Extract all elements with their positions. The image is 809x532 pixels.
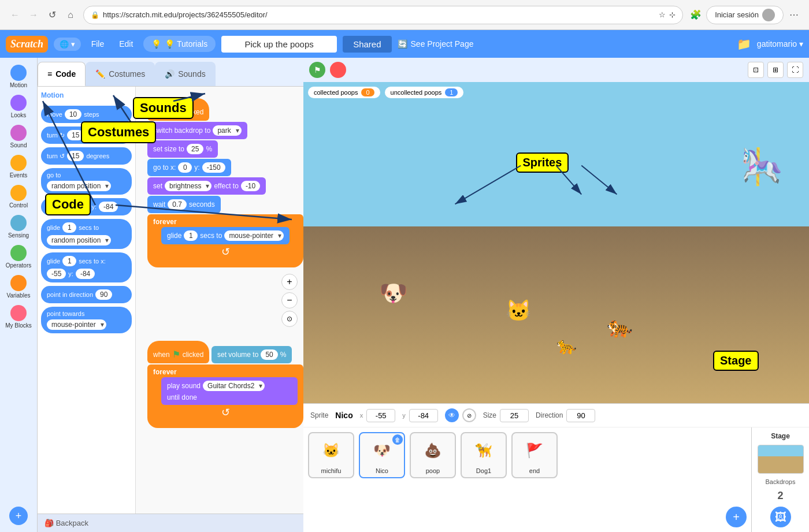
sidebar-item-sensing[interactable]: Sensing	[2, 213, 35, 241]
star-icon[interactable]: ☆	[659, 10, 666, 19]
block-glide[interactable]: glide 1 secs to random position	[41, 219, 132, 249]
block-when-flag-1[interactable]: when ⚑ clicked	[147, 98, 209, 121]
address-bar[interactable]: 🔒 https://scratch.mit.edu/projects/36245…	[83, 6, 683, 24]
flag-icon-1: ⚑	[172, 106, 180, 117]
turn-cw-input[interactable]: 15	[67, 130, 84, 140]
block-turn-cw[interactable]: turn ↻ 15 degrees	[41, 127, 132, 144]
forward-button[interactable]: →	[25, 7, 42, 23]
direction-value[interactable]: 90	[566, 409, 595, 422]
block-glide-forever[interactable]: glide 1 secs to mouse-pointer	[161, 227, 290, 244]
block-wait[interactable]: wait 0.7 seconds	[147, 196, 221, 213]
show-sprite-button[interactable]: 👁	[445, 408, 459, 422]
move-input[interactable]: 10	[65, 109, 81, 120]
volume-input[interactable]: 50	[261, 349, 277, 360]
sidebar-item-my-blocks[interactable]: My Blocks	[2, 303, 35, 332]
user-menu-button[interactable]: gatitomario ▾	[757, 39, 803, 49]
tab-sounds[interactable]: 🔊 Sounds	[155, 62, 215, 86]
block-goto-xy[interactable]: go to x: -55 y: -84	[41, 198, 132, 215]
sprite-thumb-poop[interactable]: 💩 poop	[410, 432, 456, 478]
edit-menu[interactable]: Edit	[114, 37, 138, 51]
fullscreen-button[interactable]: ⛶	[787, 62, 803, 78]
hide-sprite-button[interactable]: ⊘	[462, 408, 476, 422]
glide-forever-input[interactable]: 1	[184, 230, 198, 241]
stop-button[interactable]	[330, 62, 346, 78]
block-set-size[interactable]: set size to 25 %	[147, 140, 218, 158]
add-backdrop-button[interactable]: 🖼	[770, 507, 791, 527]
language-button[interactable]: 🌐 ▾	[54, 38, 81, 51]
glide-forever-dropdown[interactable]: mouse-pointer	[224, 230, 284, 241]
zoom-in-button[interactable]: +	[281, 274, 298, 290]
tab-costumes[interactable]: ✏️ Costumes	[86, 62, 155, 86]
block-move[interactable]: move 10 steps	[41, 106, 132, 123]
point-towards-dropdown[interactable]: mouse-pointer	[47, 319, 106, 330]
block-set-volume[interactable]: set volume to 50 %	[211, 346, 292, 363]
project-name-button[interactable]: Pick up the poops	[221, 36, 337, 53]
script-x-input[interactable]: 0	[178, 162, 192, 173]
goto-dropdown[interactable]: random position	[47, 181, 111, 191]
see-project-button[interactable]: 🔄 See Project Page	[398, 39, 474, 49]
glide-secs-input[interactable]: 1	[62, 222, 76, 233]
signin-button[interactable]: Iniciar sesión	[706, 6, 784, 24]
effect-input[interactable]: -10	[241, 181, 260, 191]
y-value[interactable]: -84	[409, 409, 438, 422]
sprite-thumb-michifu[interactable]: 🐱 michifu	[308, 432, 354, 478]
block-goto-xy-script[interactable]: go to x: 0 y: -150	[147, 159, 231, 176]
folder-icon[interactable]: 📁	[737, 37, 751, 51]
glide-y-input[interactable]: -84	[76, 269, 95, 279]
backdrop-dropdown[interactable]: park	[213, 125, 241, 136]
sidebar-item-sound[interactable]: Sound	[2, 122, 35, 151]
sidebar-item-motion[interactable]: Motion	[2, 62, 35, 91]
block-play-sound[interactable]: play sound Guitar Chords2 until done	[161, 377, 298, 405]
sprite-thumb-nico[interactable]: 🗑 🐶 Nico	[359, 432, 405, 478]
wait-input[interactable]: 0.7	[168, 199, 187, 210]
zoom-reset-button[interactable]: ⊙	[281, 311, 298, 327]
sprite-thumb-end[interactable]: 🚩 end	[511, 432, 558, 478]
normal-stage-button[interactable]: ⊞	[767, 62, 784, 78]
bookmark-icon[interactable]: ⊹	[669, 10, 676, 19]
block-turn-ccw[interactable]: turn ↺ 15 degrees	[41, 147, 132, 165]
extensions-button[interactable]: 🧩	[688, 7, 704, 23]
sidebar-item-operators[interactable]: Operators	[2, 243, 35, 271]
sidebar-item-control[interactable]: Control	[2, 183, 35, 211]
block-goto[interactable]: go to random position	[41, 168, 132, 195]
sidebar-item-variables[interactable]: Variables	[2, 273, 35, 302]
goto-y-input[interactable]: -84	[99, 202, 118, 212]
point-dir-input[interactable]: 90	[95, 289, 112, 300]
block-point-dir[interactable]: point in direction 90	[41, 286, 132, 303]
block-switch-backdrop[interactable]: switch backdrop to park	[147, 122, 247, 139]
x-value[interactable]: -55	[366, 409, 395, 422]
size-input[interactable]: 25	[187, 144, 203, 154]
sidebar-item-looks[interactable]: Looks	[2, 92, 35, 121]
file-menu[interactable]: File	[87, 37, 109, 51]
tutorials-button[interactable]: 💡 💡 Tutorials	[143, 36, 216, 52]
sidebar-item-events[interactable]: Events	[2, 152, 35, 181]
shared-button[interactable]: Shared	[343, 36, 391, 53]
zoom-out-button[interactable]: −	[281, 292, 298, 308]
nico-delete-button[interactable]: 🗑	[392, 434, 403, 445]
glide-x-input[interactable]: -55	[47, 269, 66, 279]
back-button[interactable]: ←	[7, 7, 23, 23]
add-extension-button[interactable]: +	[2, 504, 35, 527]
small-stage-button[interactable]: ⊡	[748, 62, 764, 78]
goto-x-input[interactable]: -55	[70, 202, 89, 212]
effect-dropdown[interactable]: brightness	[165, 181, 211, 191]
block-glide-xy[interactable]: glide 1 secs to x: -55 y: -84	[41, 252, 132, 282]
block-point-towards[interactable]: point towards mouse-pointer	[41, 307, 132, 333]
size-value[interactable]: 25	[500, 409, 529, 422]
green-flag-button[interactable]: ⚑	[309, 62, 325, 78]
tab-code[interactable]: ≡ Code	[38, 62, 86, 86]
glide-xy-secs[interactable]: 1	[62, 256, 76, 266]
stage-mini-thumbnail[interactable]	[758, 445, 804, 474]
block-when-flag-2[interactable]: when ⚑ clicked	[147, 341, 209, 363]
glide-dropdown[interactable]: random position	[47, 235, 111, 245]
block-set-effect[interactable]: set brightness effect to -10	[147, 177, 266, 195]
sprite-thumb-dog1[interactable]: 🦮 Dog1	[461, 432, 507, 478]
script-y-input[interactable]: -150	[202, 162, 225, 173]
more-button[interactable]: ⋯	[786, 7, 802, 23]
home-button[interactable]: ⌂	[62, 7, 79, 23]
sound-dropdown[interactable]: Guitar Chords2	[203, 381, 265, 391]
turn-ccw-input[interactable]: 15	[67, 151, 84, 161]
add-sprite-button[interactable]: +	[726, 507, 747, 527]
backpack-bar[interactable]: 🎒 Backpack	[38, 514, 303, 532]
refresh-button[interactable]: ↺	[44, 7, 60, 23]
